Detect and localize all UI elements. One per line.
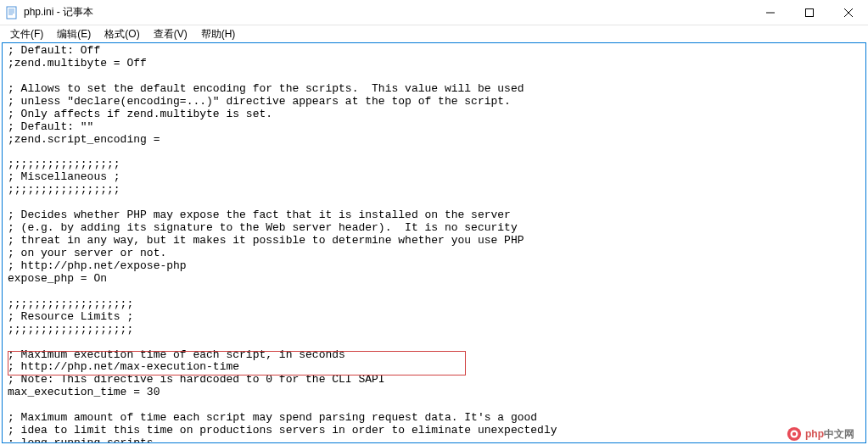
window-controls [751,0,868,25]
editor-text[interactable]: ; Default: Off ;zend.multibyte = Off ; A… [3,43,865,442]
editor-container: ; Default: Off ;zend.multibyte = Off ; A… [2,42,866,443]
maximize-button[interactable] [790,0,829,25]
menu-help[interactable]: 帮助(H) [194,25,243,43]
menu-file[interactable]: 文件(F) [3,25,50,43]
menu-view[interactable]: 查看(V) [147,25,194,43]
menu-edit[interactable]: 编辑(E) [50,25,98,43]
editor-scroll[interactable]: ; Default: Off ;zend.multibyte = Off ; A… [3,43,865,442]
menubar: 文件(F) 编辑(E) 格式(O) 查看(V) 帮助(H) [0,25,868,42]
close-button[interactable] [829,0,868,25]
php-logo-icon [787,426,802,442]
window-title: php.ini - 记事本 [24,5,751,19]
svg-rect-6 [806,8,814,16]
minimize-icon [766,8,775,17]
watermark-text: php中文网 [805,427,854,442]
maximize-icon [805,8,814,17]
close-icon [844,8,853,17]
watermark: php中文网 [787,426,854,442]
menu-format[interactable]: 格式(O) [98,25,146,43]
notepad-icon [5,6,19,19]
minimize-button[interactable] [751,0,790,25]
titlebar: php.ini - 记事本 [0,0,868,25]
svg-point-11 [792,432,797,437]
